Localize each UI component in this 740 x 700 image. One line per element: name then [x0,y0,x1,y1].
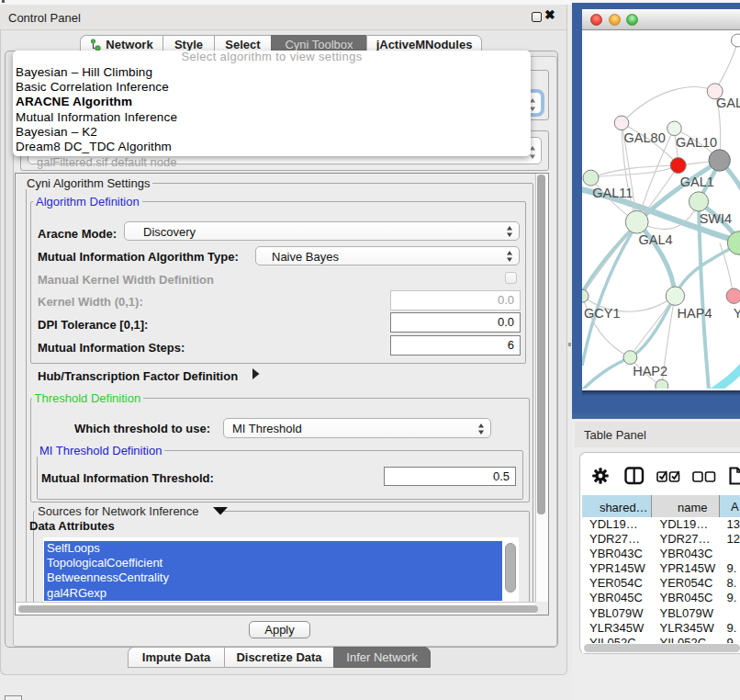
svg-text:GAL80: GAL80 [624,130,666,145]
svg-text:HAP2: HAP2 [633,364,667,378]
svg-text:SWI4: SWI4 [700,211,732,226]
svg-text:GAL1: GAL1 [680,175,714,189]
svg-text:GAL4: GAL4 [639,232,673,247]
svg-text:Y: Y [734,306,740,321]
svg-text:GAL11: GAL11 [592,186,633,200]
svg-text:HAP4: HAP4 [678,306,712,321]
svg-text:GAL10: GAL10 [676,135,717,150]
svg-text:GAL2: GAL2 [716,96,740,110]
svg-text:GCY1: GCY1 [584,306,621,321]
